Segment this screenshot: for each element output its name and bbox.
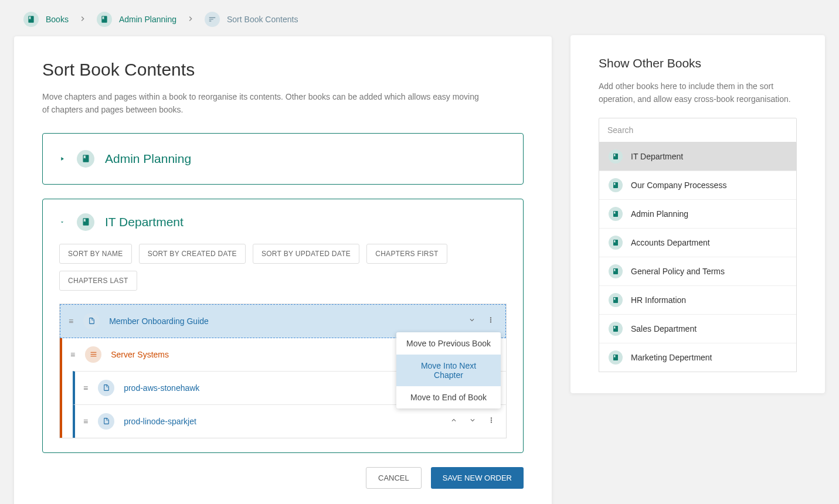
item-dropdown-menu: Move to Previous Book Move Into Next Cha…: [396, 332, 501, 408]
search-input[interactable]: [599, 118, 797, 142]
other-book-item[interactable]: HR Information: [599, 286, 796, 315]
item-label: prod-linode-sparkjet: [124, 417, 450, 426]
page-icon: [83, 313, 100, 329]
book-title[interactable]: Admin Planning: [105, 152, 191, 166]
book-icon: [609, 264, 623, 278]
more-options-icon[interactable]: Move to Previous Book Move Into Next Cha…: [487, 316, 495, 326]
other-book-item[interactable]: Accounts Department: [599, 229, 796, 257]
book-icon: [97, 12, 112, 27]
drag-handle-icon[interactable]: ≡: [70, 350, 74, 359]
breadcrumb-label: Books: [46, 15, 69, 24]
other-book-label: Our Company Processess: [631, 181, 726, 190]
main-card: Sort Book Contents Move chapters and pag…: [14, 36, 552, 504]
side-description: Add other books here to include them in …: [599, 80, 797, 106]
chapters-first-button[interactable]: CHAPTERS FIRST: [366, 244, 447, 264]
drag-handle-icon[interactable]: ≡: [83, 417, 87, 426]
other-book-label: Sales Department: [631, 324, 697, 333]
other-book-label: Accounts Department: [631, 238, 710, 247]
page-description: Move chapters and pages within a book to…: [42, 90, 488, 117]
other-book-label: Marketing Depertment: [631, 353, 712, 362]
breadcrumb-label: Sort Book Contents: [227, 15, 298, 24]
dropdown-move-end-book[interactable]: Move to End of Book: [396, 386, 501, 408]
other-book-item[interactable]: Admin Planning: [599, 200, 796, 229]
move-down-icon[interactable]: [468, 316, 476, 326]
page-icon: [98, 380, 114, 396]
save-button[interactable]: SAVE NEW ORDER: [431, 467, 524, 489]
drag-handle-icon[interactable]: ≡: [83, 383, 87, 393]
move-up-icon[interactable]: [450, 416, 458, 426]
sort-by-name-button[interactable]: SORT BY NAME: [59, 244, 132, 264]
book-icon: [609, 350, 623, 365]
other-book-label: Admin Planning: [631, 209, 688, 219]
sort-item-page[interactable]: ≡ Member Onboarding Guide Move to Previo…: [60, 304, 506, 338]
sort-list: ≡ Member Onboarding Guide Move to Previo…: [59, 304, 507, 438]
book-icon: [609, 207, 623, 221]
page-icon: [98, 413, 114, 430]
book-icon: [609, 149, 623, 164]
book-icon: [23, 12, 39, 27]
breadcrumb-label: Admin Planning: [119, 15, 176, 24]
other-book-label: IT Department: [631, 152, 683, 161]
sort-item-nested-page[interactable]: ≡ prod-linode-sparkjet: [73, 405, 506, 438]
chevron-right-icon: [186, 14, 195, 25]
book-title[interactable]: IT Department: [105, 215, 184, 229]
collapse-toggle[interactable]: [59, 217, 66, 227]
book-icon: [609, 322, 623, 336]
chevron-right-icon: [78, 14, 87, 25]
dropdown-move-next-chapter[interactable]: Move Into Next Chapter: [396, 355, 501, 386]
book-icon: [609, 293, 623, 307]
sort-by-updated-button[interactable]: SORT BY UPDATED DATE: [253, 244, 359, 264]
more-options-icon[interactable]: [487, 416, 495, 426]
side-title: Show Other Books: [599, 56, 797, 70]
breadcrumb-current: Sort Book Contents: [205, 12, 298, 27]
other-book-item[interactable]: Our Company Processess: [599, 171, 796, 200]
book-icon: [609, 178, 623, 192]
other-book-label: General Policy and Terms: [631, 267, 725, 276]
dropdown-move-prev-book[interactable]: Move to Previous Book: [396, 332, 501, 355]
book-panel-admin-planning: Admin Planning: [42, 133, 524, 185]
other-books-list: IT Department Our Company Processess Adm…: [599, 142, 797, 372]
book-icon: [77, 150, 94, 168]
breadcrumb-admin-planning[interactable]: Admin Planning: [97, 12, 176, 27]
other-book-item[interactable]: Sales Department: [599, 315, 796, 343]
drag-handle-icon[interactable]: ≡: [69, 316, 73, 326]
chapter-icon: [85, 346, 101, 363]
other-book-item[interactable]: General Policy and Terms: [599, 257, 796, 286]
book-icon: [77, 213, 94, 231]
page-title: Sort Book Contents: [42, 60, 524, 80]
expand-toggle[interactable]: [59, 154, 66, 164]
other-book-item[interactable]: IT Department: [599, 142, 796, 171]
breadcrumb: Books Admin Planning Sort Book Contents: [14, 7, 552, 36]
other-books-card: Show Other Books Add other books here to…: [570, 35, 825, 393]
other-book-label: HR Information: [631, 295, 686, 305]
book-icon: [609, 236, 623, 250]
chapters-last-button[interactable]: CHAPTERS LAST: [59, 271, 137, 291]
sort-icon: [205, 12, 220, 27]
breadcrumb-books[interactable]: Books: [23, 12, 69, 27]
other-book-item[interactable]: Marketing Depertment: [599, 343, 796, 372]
move-down-icon[interactable]: [468, 416, 477, 426]
sort-by-created-button[interactable]: SORT BY CREATED DATE: [139, 244, 246, 264]
item-label: Member Onboarding Guide: [109, 316, 468, 326]
cancel-button[interactable]: CANCEL: [366, 467, 422, 489]
book-panel-it-department: IT Department SORT BY NAME SORT BY CREAT…: [42, 199, 524, 453]
